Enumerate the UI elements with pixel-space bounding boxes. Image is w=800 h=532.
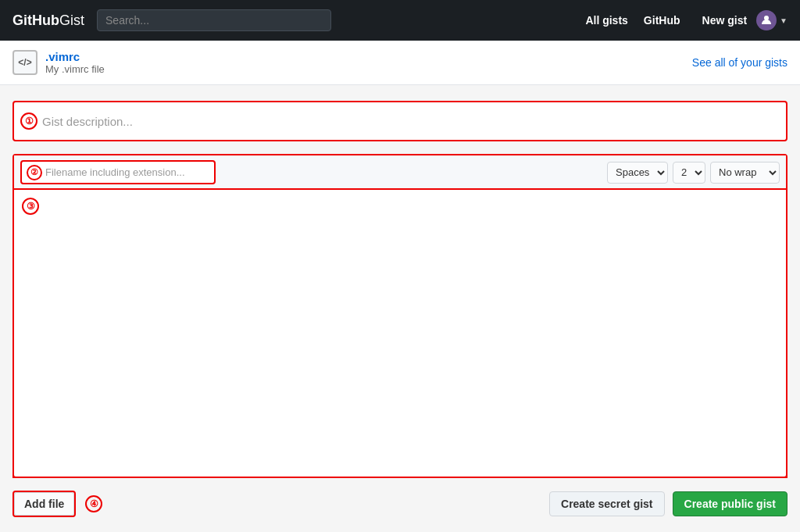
wrap-select[interactable]: No wrap Soft wrap [710, 162, 780, 184]
description-section: ① [12, 101, 788, 141]
main-content: ① ② Spaces Tabs 2 4 8 No [0, 85, 800, 532]
chevron-down-icon: ▼ [780, 16, 788, 25]
editor-options: Spaces Tabs 2 4 8 No wrap Soft wrap [607, 162, 780, 184]
annotation-4: ④ [85, 495, 102, 512]
header-nav: All gists GitHub [585, 14, 680, 27]
spaces-select[interactable]: Spaces Tabs [607, 162, 668, 184]
header: GitHubGist All gists GitHub New gist ▼ [0, 0, 800, 41]
create-secret-gist-button[interactable]: Create secret gist [549, 491, 665, 516]
header-actions: New gist ▼ [702, 10, 788, 30]
file-editor-section: ② Spaces Tabs 2 4 8 No wrap Soft wrap [12, 154, 788, 478]
description-input[interactable] [14, 102, 786, 140]
file-info-bar: </> .vimrc My .vimrc file See all of you… [0, 41, 800, 85]
right-buttons: Create secret gist Create public gist [549, 491, 788, 516]
new-gist-button[interactable]: New gist [702, 14, 748, 27]
avatar-container[interactable]: ▼ [756, 10, 788, 30]
footer-actions: Add file ④ Create secret gist Create pub… [12, 491, 788, 517]
file-meta: .vimrc My .vimrc file [45, 50, 105, 75]
file-editor-header: ② Spaces Tabs 2 4 8 No wrap Soft wrap [14, 155, 786, 190]
file-editor-body[interactable]: ③ [12, 188, 788, 478]
nav-github[interactable]: GitHub [644, 14, 680, 27]
avatar [756, 10, 777, 30]
file-description: My .vimrc file [45, 63, 105, 75]
code-editor[interactable] [23, 199, 777, 465]
annotation-1: ① [20, 112, 38, 130]
annotation-4-wrapper: ④ [85, 495, 105, 512]
file-icon: </> [12, 50, 38, 75]
annotation-2: ② [27, 165, 42, 180]
add-file-button[interactable]: Add file [14, 492, 74, 516]
create-public-gist-button[interactable]: Create public gist [673, 491, 788, 516]
add-file-btn-wrapper: Add file [12, 491, 76, 517]
annotation-3: ③ [22, 198, 39, 215]
logo: GitHubGist [12, 12, 84, 29]
search-input[interactable] [97, 9, 331, 31]
nav-all-gists[interactable]: All gists [585, 14, 627, 27]
tab-size-select[interactable]: 2 4 8 [673, 162, 705, 184]
file-info-left: </> .vimrc My .vimrc file [12, 50, 105, 75]
description-wrapper: ① [14, 102, 786, 140]
file-name-link[interactable]: .vimrc [45, 50, 80, 63]
filename-input[interactable] [45, 163, 209, 181]
filename-input-wrapper: ② [20, 160, 216, 184]
see-all-gists-link[interactable]: See all of your gists [692, 56, 788, 69]
